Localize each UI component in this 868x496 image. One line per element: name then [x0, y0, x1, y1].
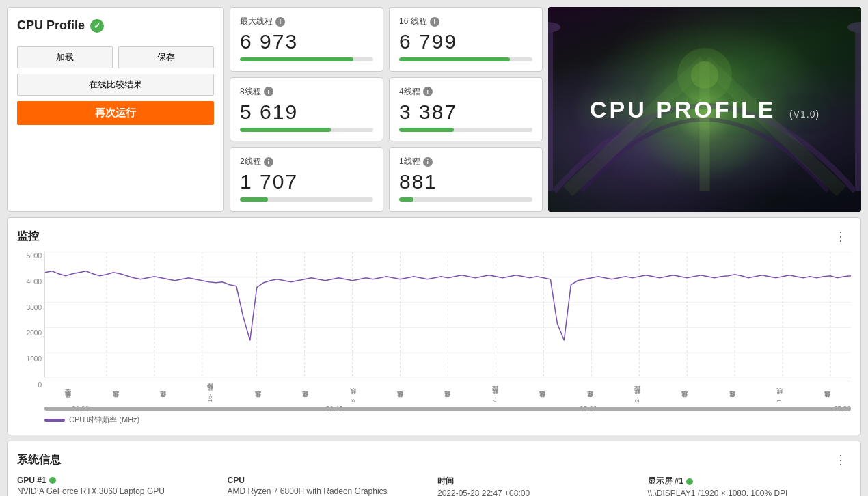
score-value-4: 1 707 [240, 170, 373, 193]
score-bar-fill-5 [399, 197, 413, 202]
v-tick-13: 加载信息 [680, 380, 689, 402]
score-bar-5 [399, 197, 532, 202]
chart-main: 最大线程·监控 加载信息 保存信息 16线程·监控 加载信息 保存信息 8线程 … [44, 252, 851, 402]
info-icon-2[interactable]: i [264, 87, 273, 96]
v-tick-0: 最大线程·监控 [64, 380, 72, 402]
score-bar-0 [240, 57, 373, 61]
gpu-status-dot [49, 477, 56, 484]
v-tick-4: 加载信息 [254, 380, 262, 402]
banner-title: CPU PROFILE (V1.0) [590, 96, 819, 123]
sysinfo-cpu: CPU AMD Ryzen 7 6800H with Radeon Graphi… [228, 476, 431, 496]
y-label-3000: 3000 [17, 304, 44, 312]
display-status-dot [686, 478, 693, 485]
monitor-menu[interactable]: ⋮ [830, 228, 851, 245]
info-icon-5[interactable]: i [423, 157, 433, 167]
score-value-3: 3 387 [399, 100, 532, 124]
info-icon-1[interactable]: i [430, 17, 439, 27]
load-button[interactable]: 加载 [17, 46, 113, 68]
v-tick-1: 加载信息 [111, 380, 120, 402]
monitor-header: 监控 ⋮ [17, 228, 851, 245]
sysinfo-time-key: 时间 [437, 476, 641, 487]
legend-color [44, 419, 65, 422]
y-label-5000: 5000 [17, 252, 44, 260]
sysinfo-cpu-key: CPU [228, 476, 431, 485]
info-icon-4[interactable]: i [264, 157, 273, 167]
sysinfo-gpu-val: NVIDIA GeForce RTX 3060 Laptop GPU [17, 486, 221, 496]
main-container: CPU Profile ✓ 加载 保存 在线比较结果 再次运行 最大线程 i 6… [0, 0, 868, 496]
v-tick-11: 保存信息 [586, 380, 595, 402]
v-tick-14: 保存信息 [728, 380, 737, 402]
legend-label: CPU 时钟频率 (MHz) [69, 415, 139, 425]
y-label-1000: 1000 [17, 355, 44, 363]
score-value-0: 6 973 [240, 30, 373, 53]
score-label-5: 1线程 i [399, 156, 532, 167]
top-section: CPU Profile ✓ 加载 保存 在线比较结果 再次运行 最大线程 i 6… [7, 7, 861, 212]
svg-point-8 [691, 61, 718, 89]
v-tick-2: 保存信息 [159, 380, 167, 402]
score-value-2: 5 619 [240, 100, 373, 124]
scrollbar-thumb[interactable] [44, 407, 851, 411]
btn-row: 加载 保存 [17, 46, 214, 68]
score-label-2: 8线程 i [240, 86, 373, 98]
v-tick-5: 保存信息 [301, 380, 310, 402]
v-tick-labels: 最大线程·监控 加载信息 保存信息 16线程·监控 加载信息 保存信息 8线程 … [44, 378, 851, 402]
chart-legend: CPU 时钟频率 (MHz) [17, 415, 851, 425]
score-card-5: 1线程 i 881 [389, 147, 543, 212]
score-bar-1 [399, 57, 532, 61]
v-tick-9: 4线程·监控 [491, 380, 500, 402]
info-icon-0[interactable]: i [275, 17, 285, 27]
svg-point-3 [847, 22, 861, 33]
score-bar-fill-1 [399, 57, 510, 61]
v-tick-7: 加载信息 [396, 380, 405, 402]
sysinfo-display-val: \\.\DISPLAY1 (1920 × 1080, 100% DPI [648, 488, 852, 496]
score-label-4: 2线程 i [240, 156, 373, 167]
score-bar-fill-0 [240, 57, 353, 61]
svg-point-1 [548, 22, 560, 33]
sysinfo-title: 系统信息 [17, 453, 61, 467]
y-label-0: 0 [17, 381, 44, 389]
v-tick-10: 加载信息 [538, 380, 547, 402]
score-bar-3 [399, 128, 532, 132]
run-button[interactable]: 再次运行 [17, 101, 214, 125]
y-label-4000: 4000 [17, 278, 44, 286]
v-tick-6: 8线程 [349, 380, 357, 402]
monitor-section: 监控 ⋮ 5000 4000 3000 2000 1000 0 [7, 217, 861, 435]
score-label-1: 16 线程 i [399, 16, 532, 27]
v-tick-16: 加载信息 [823, 380, 832, 402]
sysinfo-cpu-val: AMD Ryzen 7 6800H with Radeon Graphics [228, 486, 431, 496]
left-panel: CPU Profile ✓ 加载 保存 在线比较结果 再次运行 [7, 7, 224, 212]
banner-text: CPU PROFILE (V1.0) [590, 96, 819, 123]
sysinfo-time: 时间 2022-05-28 22:47 +08:00 [437, 476, 641, 496]
info-icon-3[interactable]: i [423, 87, 433, 96]
svg-rect-0 [548, 27, 553, 191]
panel-title: CPU Profile ✓ [17, 18, 214, 33]
score-card-4: 2线程 i 1 707 [230, 147, 383, 212]
v-tick-12: 2线程·监控 [633, 380, 642, 402]
banner-version: (V1.0) [789, 109, 819, 120]
score-bar-fill-2 [240, 128, 331, 132]
sysinfo-gpu-key: GPU #1 [17, 476, 221, 485]
score-label-3: 4线程 i [399, 86, 532, 98]
chart-wrapper: 5000 4000 3000 2000 1000 0 [17, 252, 851, 402]
score-label-0: 最大线程 i [240, 16, 373, 27]
sysinfo-display: 显示屏 #1 \\.\DISPLAY1 (1920 × 1080, 100% D… [648, 476, 852, 496]
title-text: CPU Profile [17, 18, 85, 33]
compare-button[interactable]: 在线比较结果 [17, 74, 214, 96]
chart-svg [45, 252, 851, 378]
save-button[interactable]: 保存 [118, 46, 214, 68]
svg-rect-2 [855, 27, 861, 191]
check-icon: ✓ [90, 19, 104, 33]
v-tick-15: 1线程 [775, 380, 784, 402]
scrollbar-track[interactable] [44, 407, 851, 411]
score-card-1: 16 线程 i 6 799 [389, 7, 543, 72]
score-card-3: 4线程 i 3 387 [389, 77, 543, 142]
sysinfo-time-val: 2022-05-28 22:47 +08:00 [437, 488, 641, 496]
score-bar-4 [240, 197, 373, 202]
score-card-2: 8线程 i 5 619 [230, 77, 383, 142]
sysinfo-grid: GPU #1 NVIDIA GeForce RTX 3060 Laptop GP… [17, 476, 851, 496]
y-label-2000: 2000 [17, 329, 44, 337]
sysinfo-menu[interactable]: ⋮ [830, 451, 851, 469]
score-card-0: 最大线程 i 6 973 [230, 7, 383, 72]
y-axis: 5000 4000 3000 2000 1000 0 [17, 252, 44, 402]
monitor-title: 监控 [17, 230, 39, 244]
